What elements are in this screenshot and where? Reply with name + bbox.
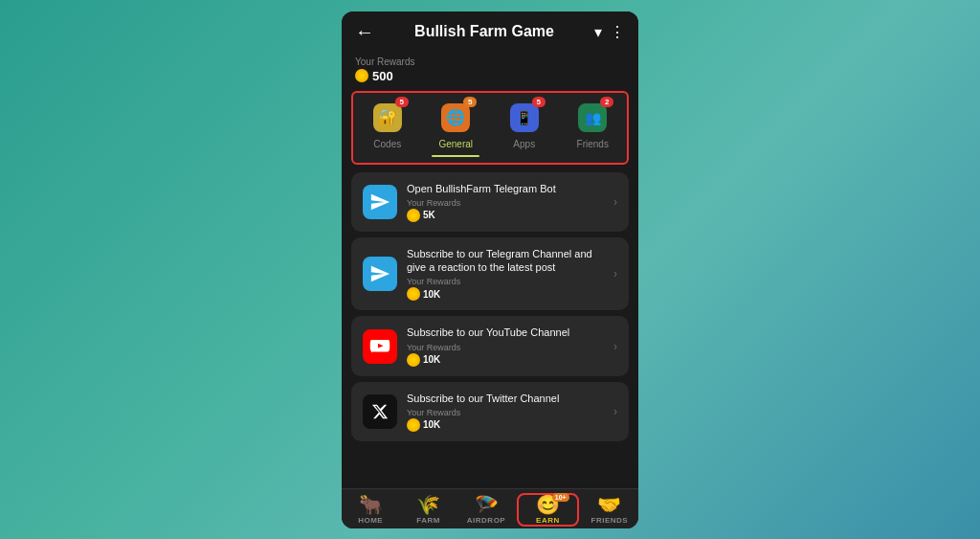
task-twitter-reward: 10K <box>407 418 604 432</box>
header-actions: ▾ ⋮ <box>594 23 625 41</box>
friends-badge: 2 <box>600 97 613 107</box>
tasks-scroll-area: Open BullishFarm Telegram Bot Your Rewar… <box>342 172 638 488</box>
telegram-channel-icon <box>363 257 397 291</box>
tab-codes[interactable]: 🔐 5 Codes <box>353 101 422 157</box>
task-twitter[interactable]: Subscribe to our Twitter Channel Your Re… <box>351 382 629 441</box>
nav-earn[interactable]: 10+ 😊 EARN <box>517 493 578 527</box>
dropdown-button[interactable]: ▾ <box>594 23 602 41</box>
general-icon: 🌐 <box>441 103 470 132</box>
apps-badge: 5 <box>532 97 546 107</box>
tab-codes-label: Codes <box>373 139 401 149</box>
nav-home[interactable]: 🐂 HOME <box>342 495 399 525</box>
tab-general-label: General <box>438 139 473 149</box>
task-telegram-bot-reward: 5K <box>407 209 604 222</box>
nav-friends-bottom[interactable]: 🤝 FRIENDS <box>581 495 638 525</box>
coin-icon <box>355 69 368 82</box>
task-telegram-bot-rewards-label: Your Rewards <box>407 198 604 208</box>
codes-icon: 🔐 <box>373 103 402 132</box>
tab-friends-label: Friends <box>577 139 609 149</box>
friends-tab-icon: 👥 <box>578 103 607 132</box>
task-telegram-channel-rewards-label: Your Rewards <box>407 277 604 286</box>
more-button[interactable]: ⋮ <box>610 23 625 41</box>
task-telegram-channel-title: Subscribe to our Telegram Channel and gi… <box>407 247 604 275</box>
nav-earn-label: EARN <box>536 516 560 525</box>
coin-icon-tw <box>407 418 420 432</box>
phone-container: ← Bullish Farm Game ▾ ⋮ Your Rewards 500… <box>342 11 638 528</box>
telegram-bot-icon <box>363 185 397 219</box>
twitter-icon <box>363 394 397 429</box>
task-telegram-channel-reward: 10K <box>407 287 604 301</box>
tab-active-indicator <box>432 155 479 157</box>
nav-airdrop[interactable]: 🪂 AIRDROP <box>457 495 515 525</box>
coin-icon-yt <box>407 353 420 367</box>
task-telegram-channel[interactable]: Subscribe to our Telegram Channel and gi… <box>351 237 629 311</box>
task-telegram-bot-title: Open BullishFarm Telegram Bot <box>407 182 604 195</box>
tab-apps[interactable]: 📱 5 Apps <box>490 101 559 157</box>
tasks-list: Open BullishFarm Telegram Bot Your Rewar… <box>342 172 638 441</box>
task-youtube-title: Subscribe to our YouTube Channel <box>407 326 604 339</box>
nav-friends-bottom-label: FRIENDS <box>591 516 629 525</box>
bottom-navigation: 🐂 HOME 🌾 FARM 🪂 AIRDROP 10+ 😊 EARN 🤝 FRI… <box>342 488 638 528</box>
back-button[interactable]: ← <box>355 21 374 43</box>
tab-apps-icon-wrap: 📱 5 <box>507 101 542 135</box>
app-header: ← Bullish Farm Game ▾ ⋮ <box>342 11 638 53</box>
tab-codes-icon-wrap: 🔐 5 <box>370 101 405 135</box>
tab-apps-label: Apps <box>513 139 535 149</box>
task-youtube-reward: 10K <box>407 353 604 367</box>
nav-airdrop-label: AIRDROP <box>467 516 505 525</box>
rewards-section: Your Rewards 500 <box>342 53 638 91</box>
chevron-icon-2: › <box>613 267 617 281</box>
coin-icon-tg-ch <box>407 287 420 301</box>
chevron-icon-4: › <box>613 405 617 418</box>
tab-general[interactable]: 🌐 5 General <box>422 101 491 157</box>
nav-farm-label: FARM <box>416 516 440 525</box>
home-nav-icon: 🐂 <box>359 495 383 514</box>
chevron-icon-3: › <box>613 340 617 353</box>
general-badge: 5 <box>463 97 477 107</box>
nav-home-label: HOME <box>358 516 383 525</box>
task-twitter-title: Subscribe to our Twitter Channel <box>407 392 604 405</box>
app-title: Bullish Farm Game <box>374 23 594 40</box>
chevron-icon: › <box>613 195 617 209</box>
task-twitter-rewards-label: Your Rewards <box>407 408 604 417</box>
category-tabs: 🔐 5 Codes 🌐 5 General 📱 5 Apps 👥 2 <box>351 91 629 165</box>
task-youtube-rewards-label: Your Rewards <box>407 343 604 352</box>
earn-badge: 10+ <box>552 493 569 502</box>
farm-nav-icon: 🌾 <box>416 495 440 514</box>
rewards-label: Your Rewards <box>355 56 625 67</box>
task-twitter-info: Subscribe to our Twitter Channel Your Re… <box>407 392 604 432</box>
task-youtube-info: Subscribe to our YouTube Channel Your Re… <box>407 326 604 366</box>
codes-badge: 5 <box>395 97 409 107</box>
task-telegram-bot-info: Open BullishFarm Telegram Bot Your Rewar… <box>407 182 604 222</box>
task-telegram-channel-info: Subscribe to our Telegram Channel and gi… <box>407 247 604 302</box>
task-telegram-bot[interactable]: Open BullishFarm Telegram Bot Your Rewar… <box>351 172 629 232</box>
tab-friends-icon-wrap: 👥 2 <box>575 101 610 135</box>
youtube-icon <box>363 329 397 364</box>
apps-icon: 📱 <box>510 103 539 132</box>
tab-general-icon-wrap: 🌐 5 <box>438 101 473 135</box>
nav-farm[interactable]: 🌾 FARM <box>399 495 457 525</box>
airdrop-nav-icon: 🪂 <box>475 495 499 514</box>
coin-icon-tg-bot <box>407 209 420 222</box>
friends-nav-icon: 🤝 <box>597 495 621 514</box>
task-youtube[interactable]: Subscribe to our YouTube Channel Your Re… <box>351 316 629 375</box>
rewards-amount: 500 <box>355 69 625 83</box>
tab-friends[interactable]: 👥 2 Friends <box>559 101 628 157</box>
